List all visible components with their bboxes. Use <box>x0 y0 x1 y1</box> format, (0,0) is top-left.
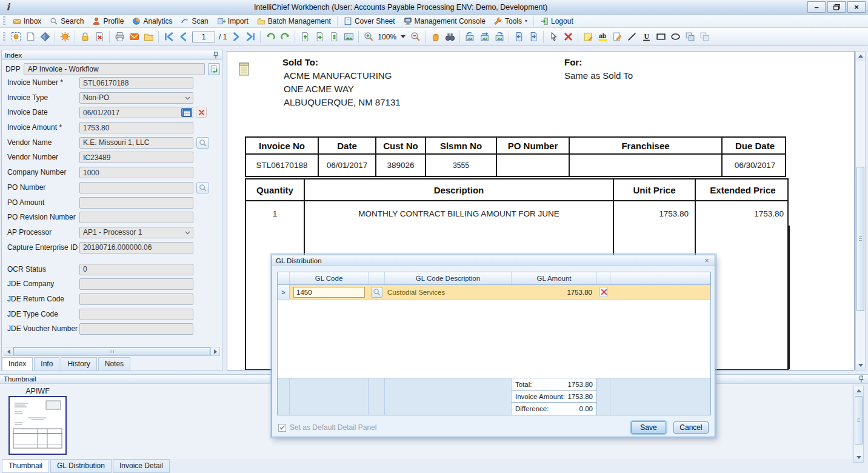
delete-annotation-icon[interactable] <box>561 30 575 44</box>
tab-info[interactable]: Info <box>34 357 59 371</box>
field-invoice-number-input[interactable]: STL06170188 <box>79 77 193 89</box>
scroll-up-arrow[interactable] <box>854 386 863 395</box>
scrollbar-thumb[interactable] <box>855 396 863 444</box>
scrollbar-thumb[interactable] <box>13 347 210 355</box>
dialog-title-bar[interactable]: GL Distribution × <box>272 255 715 266</box>
previous-page-icon[interactable] <box>176 30 190 44</box>
page-thumbnail[interactable] <box>8 396 67 455</box>
zoom-dropdown-caret[interactable] <box>401 35 406 38</box>
text-annotation-icon[interactable] <box>610 30 624 44</box>
group-annotations-icon[interactable] <box>683 30 697 44</box>
pointer-icon[interactable] <box>546 30 561 44</box>
tab-history[interactable]: History <box>61 357 96 371</box>
line-annotation-icon[interactable] <box>624 30 639 44</box>
fit-page-icon[interactable] <box>23 30 38 44</box>
attach-image-icon[interactable] <box>341 30 356 44</box>
replace-page-icon[interactable] <box>327 30 341 44</box>
gl-code-value[interactable]: 1450 <box>293 287 365 298</box>
cancel-button[interactable]: Cancel <box>673 421 709 434</box>
menu-item-logout[interactable]: Logout <box>536 16 578 27</box>
lookup-button[interactable] <box>196 182 209 193</box>
rotate-right-icon[interactable] <box>492 30 506 44</box>
dialog-close-icon[interactable]: × <box>703 257 711 265</box>
dpp-select-button[interactable] <box>208 63 220 75</box>
field-vendor-name-input[interactable]: K.E. Missouri 1, LLC <box>79 137 193 149</box>
field-invoice-date-input[interactable]: 06/01/2017 <box>79 107 193 118</box>
gl-code-cell[interactable]: 1450 <box>290 285 369 299</box>
save-button[interactable]: Save <box>631 421 666 434</box>
rotate-180-icon[interactable] <box>477 30 492 44</box>
email-icon[interactable] <box>127 30 141 44</box>
field-invoice-amount-input[interactable]: 1753.80 <box>79 122 193 133</box>
highlight-annotation-icon[interactable]: ab <box>595 30 610 44</box>
note-annotation-marker-icon[interactable] <box>239 62 249 76</box>
menu-item-inbox[interactable]: Inbox <box>8 16 45 27</box>
redo-icon[interactable] <box>278 30 292 44</box>
zoom-out-icon[interactable] <box>408 30 422 44</box>
scrollbar-thumb[interactable] <box>856 167 864 311</box>
zoom-in-icon[interactable] <box>361 30 376 44</box>
tab-notes[interactable]: Notes <box>98 357 130 371</box>
field-vendor-number-input[interactable]: IC23489 <box>79 152 193 163</box>
menu-item-analytics[interactable]: Analytics <box>128 16 176 27</box>
scroll-up-arrow[interactable] <box>856 52 865 61</box>
minimize-button[interactable]: – <box>807 1 826 13</box>
select-region-icon[interactable] <box>8 30 23 44</box>
save-to-folder-icon[interactable] <box>141 30 156 44</box>
menubar-drag-handle[interactable] <box>3 16 5 26</box>
menu-item-scan[interactable]: Scan <box>176 16 212 27</box>
menu-item-management-console[interactable]: Management Console <box>399 16 490 27</box>
scroll-down-arrow[interactable] <box>854 453 863 462</box>
field-capture-enterprise-id-input[interactable]: 20180716.000000.06 <box>79 242 193 253</box>
field-po-revision-number-input[interactable] <box>79 212 193 223</box>
lookup-button[interactable] <box>196 137 209 149</box>
append-page-icon[interactable] <box>298 30 312 44</box>
clear-date-button[interactable] <box>196 107 207 118</box>
pan-hand-icon[interactable] <box>428 30 442 44</box>
gl-amount-cell[interactable]: 1753.80 <box>512 285 597 299</box>
field-jde-type-code-input[interactable] <box>79 309 193 320</box>
menu-item-batch-management[interactable]: Batch Management <box>253 16 335 27</box>
field-po-number-input[interactable] <box>79 182 193 193</box>
document-vertical-scrollbar[interactable] <box>855 51 866 371</box>
ellipse-annotation-icon[interactable] <box>668 30 683 44</box>
close-button[interactable]: × <box>847 1 866 13</box>
pin-icon[interactable] <box>213 52 219 59</box>
note-annotation-icon[interactable] <box>581 30 595 44</box>
rectangle-annotation-icon[interactable] <box>653 30 668 44</box>
first-page-icon[interactable] <box>161 30 176 44</box>
zoom-level-value[interactable]: 100% <box>378 33 396 41</box>
menu-item-tools[interactable]: Tools▾ <box>490 16 532 27</box>
menu-item-cover-sheet[interactable]: Cover Sheet <box>339 16 399 27</box>
toolbar-drag-handle[interactable] <box>3 32 5 42</box>
find-binoculars-icon[interactable] <box>442 30 457 44</box>
index-horizontal-scrollbar[interactable] <box>4 347 220 356</box>
field-invoice-type-input[interactable]: Non-PO <box>79 92 193 104</box>
deskew-icon[interactable] <box>38 30 52 44</box>
field-jde-voucher-number-input[interactable] <box>79 323 193 335</box>
field-ap-processor-input[interactable]: AP1 - Processor 1 <box>79 227 193 238</box>
next-document-icon[interactable] <box>526 30 541 44</box>
thumbnail-vertical-scrollbar[interactable] <box>853 386 864 463</box>
tab-thumbnail[interactable]: Thumbnail <box>2 459 49 473</box>
ungroup-annotations-icon[interactable] <box>697 30 712 44</box>
field-jde-return-code-input[interactable] <box>79 294 193 305</box>
process-icon[interactable] <box>58 30 72 44</box>
field-company-number-input[interactable]: 1000 <box>79 167 193 178</box>
gl-grid-empty-area[interactable] <box>278 300 710 378</box>
default-detail-panel-checkbox[interactable] <box>278 424 286 432</box>
restore-button[interactable] <box>827 1 846 13</box>
previous-document-icon[interactable] <box>512 30 526 44</box>
tab-invoice-detail[interactable]: Invoice Detail <box>113 459 170 473</box>
tab-gl-distribution[interactable]: GL Distribution <box>50 459 112 473</box>
undo-icon[interactable] <box>263 30 278 44</box>
menu-item-profile[interactable]: Profile <box>88 16 128 27</box>
calendar-button[interactable] <box>181 108 192 117</box>
gl-code-lookup-button[interactable] <box>371 287 382 298</box>
next-page-icon[interactable] <box>229 30 243 44</box>
print-icon[interactable] <box>112 30 127 44</box>
delete-row-button[interactable] <box>599 287 608 297</box>
discard-document-icon[interactable] <box>92 30 107 44</box>
field-ocr-status-input[interactable]: 0 <box>79 264 193 275</box>
scroll-left-arrow[interactable] <box>4 347 13 355</box>
